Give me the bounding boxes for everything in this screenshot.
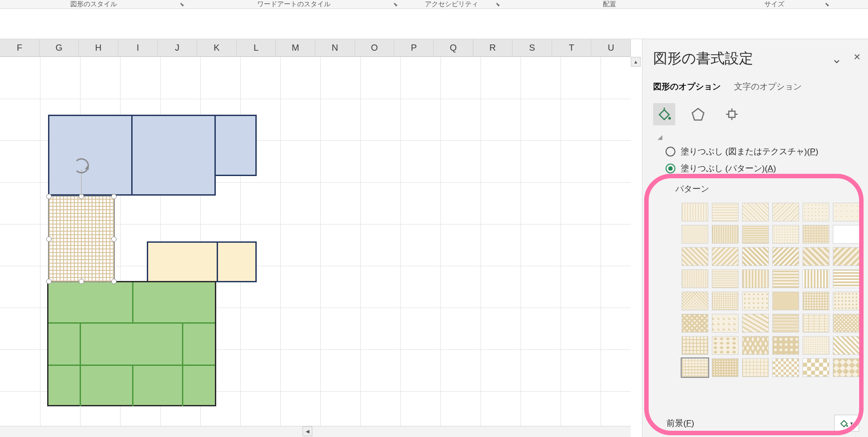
pattern-swatch[interactable] bbox=[712, 336, 739, 355]
pattern-swatch[interactable] bbox=[682, 336, 708, 355]
pattern-swatch[interactable] bbox=[682, 269, 708, 288]
col-header[interactable]: J bbox=[158, 39, 198, 56]
col-header[interactable]: P bbox=[394, 39, 434, 56]
pattern-swatch[interactable] bbox=[712, 247, 739, 266]
col-header[interactable]: G bbox=[40, 39, 79, 56]
tab-shape-options[interactable]: 図形のオプション bbox=[653, 81, 721, 92]
col-header[interactable]: S bbox=[513, 39, 552, 56]
col-header[interactable]: L bbox=[237, 39, 276, 56]
pattern-swatch[interactable] bbox=[742, 292, 769, 310]
pattern-swatch[interactable] bbox=[772, 225, 799, 244]
dialog-launcher-icon[interactable]: ⬊ bbox=[180, 1, 184, 8]
size-properties-icon[interactable] bbox=[721, 103, 743, 125]
col-header[interactable]: T bbox=[552, 39, 592, 56]
pattern-swatch[interactable] bbox=[742, 314, 769, 333]
pattern-swatch[interactable] bbox=[833, 225, 860, 244]
col-header[interactable]: Q bbox=[434, 39, 473, 56]
pattern-swatch[interactable] bbox=[742, 336, 769, 355]
pattern-swatch[interactable] bbox=[682, 247, 708, 266]
pattern-swatch[interactable] bbox=[772, 314, 799, 333]
col-header[interactable]: I bbox=[118, 39, 158, 56]
pattern-swatch[interactable] bbox=[803, 314, 829, 333]
column-headers: F G H I J K L M N O P Q R S T U bbox=[0, 39, 631, 57]
pattern-swatch[interactable] bbox=[803, 225, 829, 244]
collapse-panel-icon[interactable]: ⌄ bbox=[832, 52, 842, 66]
pattern-swatch[interactable] bbox=[772, 247, 799, 266]
pattern-swatch[interactable] bbox=[833, 314, 860, 333]
pattern-swatch[interactable] bbox=[712, 292, 739, 310]
col-header[interactable]: F bbox=[0, 39, 40, 56]
shape-cream-1[interactable] bbox=[147, 241, 218, 282]
pattern-swatch[interactable] bbox=[833, 269, 860, 288]
pattern-swatch[interactable] bbox=[682, 314, 708, 333]
dialog-launcher-icon[interactable]: ⬊ bbox=[393, 1, 398, 8]
pattern-swatch[interactable] bbox=[712, 269, 739, 288]
pattern-swatch[interactable] bbox=[803, 269, 829, 288]
shape-cream-2[interactable] bbox=[217, 241, 257, 282]
pattern-swatch[interactable] bbox=[833, 247, 860, 266]
selected-shape[interactable] bbox=[48, 196, 115, 282]
dialog-launcher-icon[interactable]: ⬊ bbox=[496, 1, 500, 8]
shape-blue-3[interactable] bbox=[214, 115, 257, 176]
pattern-swatch[interactable] bbox=[682, 225, 708, 244]
spreadsheet-grid[interactable]: F G H I J K L M N O P Q R S T U bbox=[0, 39, 642, 437]
pattern-swatch[interactable] bbox=[833, 292, 860, 310]
pattern-swatch[interactable] bbox=[803, 292, 829, 310]
pattern-swatch[interactable] bbox=[772, 292, 799, 310]
fill-picture-radio[interactable]: 塗りつぶし (図またはテクスチャ)(P) bbox=[666, 146, 861, 157]
pattern-swatch[interactable] bbox=[742, 225, 769, 244]
shape-blue-2[interactable] bbox=[131, 115, 216, 196]
resize-handle-e[interactable] bbox=[111, 237, 117, 242]
resize-handle-se[interactable] bbox=[111, 279, 117, 284]
horizontal-scrollbar[interactable]: ◀ bbox=[0, 426, 631, 437]
pattern-swatch[interactable] bbox=[803, 358, 829, 377]
pattern-swatch-selected[interactable] bbox=[682, 358, 708, 377]
pattern-swatch[interactable] bbox=[803, 336, 829, 355]
shape-blue-1[interactable] bbox=[48, 115, 133, 196]
pattern-swatch[interactable] bbox=[833, 203, 860, 221]
resize-handle-sw[interactable] bbox=[46, 279, 52, 284]
dialog-launcher-icon[interactable]: ⬊ bbox=[825, 1, 829, 8]
pattern-swatch[interactable] bbox=[742, 247, 769, 266]
scroll-left-button[interactable]: ◀ bbox=[303, 426, 312, 436]
resize-handle-w[interactable] bbox=[46, 237, 52, 242]
pattern-swatch[interactable] bbox=[772, 358, 799, 377]
pattern-swatch[interactable] bbox=[712, 314, 739, 333]
pattern-swatch[interactable] bbox=[712, 203, 739, 221]
col-header[interactable]: M bbox=[276, 39, 315, 56]
col-header[interactable]: O bbox=[355, 39, 395, 56]
fill-pattern-radio[interactable]: 塗りつぶし (パターン)(A) bbox=[666, 163, 861, 174]
pattern-swatch[interactable] bbox=[803, 203, 829, 221]
pattern-swatch[interactable] bbox=[712, 225, 739, 244]
grid-cells[interactable] bbox=[0, 57, 631, 426]
section-caret-icon[interactable]: ◢ bbox=[658, 133, 861, 140]
scroll-up-button[interactable]: ▲ bbox=[631, 57, 641, 67]
col-header[interactable]: R bbox=[473, 39, 513, 56]
foreground-color-button[interactable]: ▼ bbox=[834, 415, 859, 432]
pattern-swatch[interactable] bbox=[833, 358, 860, 377]
pattern-swatch[interactable] bbox=[772, 269, 799, 288]
pattern-swatch[interactable] bbox=[682, 292, 708, 310]
pattern-swatch[interactable] bbox=[803, 247, 829, 266]
tab-text-options[interactable]: 文字のオプション bbox=[734, 81, 802, 92]
pattern-swatch[interactable] bbox=[772, 203, 799, 221]
resize-handle-ne[interactable] bbox=[111, 194, 117, 199]
col-header[interactable]: K bbox=[197, 39, 237, 56]
col-header[interactable]: H bbox=[79, 39, 118, 56]
rotation-handle[interactable] bbox=[74, 158, 89, 173]
resize-handle-s[interactable] bbox=[79, 279, 84, 284]
pattern-swatch[interactable] bbox=[682, 203, 708, 221]
pattern-swatch[interactable] bbox=[742, 358, 769, 377]
pattern-swatch[interactable] bbox=[772, 336, 799, 355]
fill-and-line-icon[interactable] bbox=[653, 103, 675, 125]
effects-icon[interactable] bbox=[687, 103, 709, 125]
pattern-swatch[interactable] bbox=[742, 203, 769, 221]
pattern-swatch[interactable] bbox=[712, 358, 739, 377]
pattern-swatch[interactable] bbox=[833, 336, 860, 355]
col-header[interactable]: N bbox=[315, 39, 355, 56]
pattern-swatch[interactable] bbox=[742, 269, 769, 288]
resize-handle-nw[interactable] bbox=[46, 194, 52, 199]
col-header[interactable]: U bbox=[591, 39, 631, 56]
shape-green-tatami[interactable] bbox=[47, 281, 216, 406]
close-panel-icon[interactable]: ✕ bbox=[853, 52, 861, 66]
